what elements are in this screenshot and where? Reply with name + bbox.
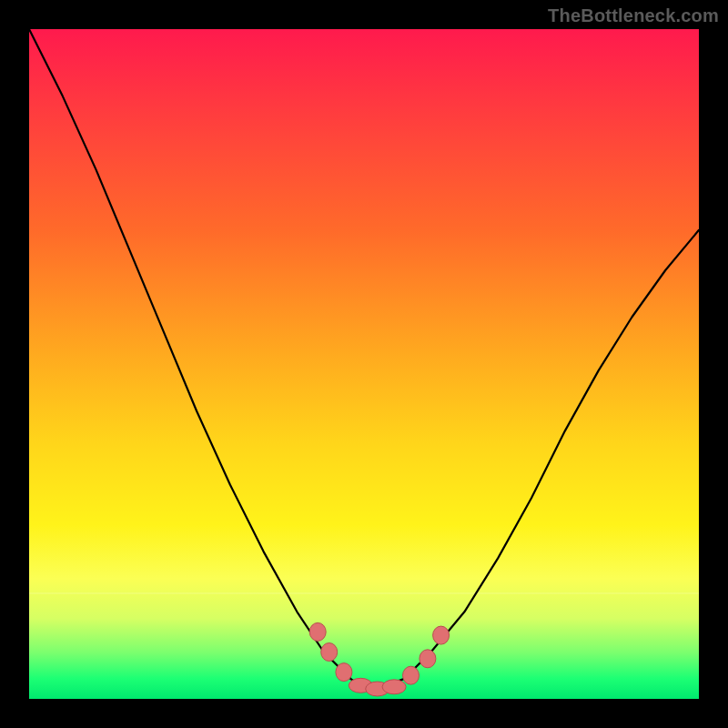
bottleneck-curve [29, 29, 699, 689]
outer-frame: TheBottleneck.com [0, 0, 728, 728]
watermark-text: TheBottleneck.com [548, 5, 719, 26]
valley-marker [382, 680, 406, 694]
valley-marker [420, 650, 436, 668]
valley-marker [321, 643, 338, 662]
chart-overlay [29, 29, 699, 699]
valley-markers [309, 622, 449, 696]
valley-marker [403, 666, 420, 684]
valley-marker [336, 663, 352, 682]
valley-marker [433, 626, 450, 644]
valley-marker [309, 622, 326, 641]
plot-area [29, 29, 699, 699]
